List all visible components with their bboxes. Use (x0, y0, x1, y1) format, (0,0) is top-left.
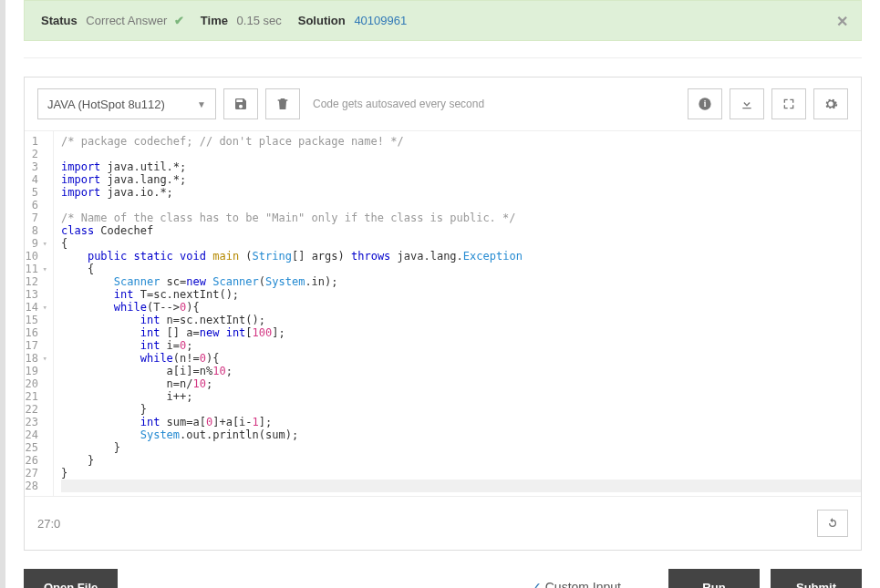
line-number: 27 (25, 467, 46, 480)
code-line[interactable]: { (61, 263, 861, 275)
code-line[interactable]: } (61, 467, 861, 480)
status-value: Correct Answer (86, 14, 167, 27)
line-number: 6 (25, 199, 46, 211)
custom-input-label: Custom Input (545, 580, 621, 588)
floppy-icon (233, 97, 248, 111)
download-icon (740, 97, 754, 111)
line-number: 22 (25, 403, 46, 416)
time-value: 0.15 sec (237, 14, 282, 27)
gear-icon (823, 97, 838, 111)
code-line[interactable]: public static void main (String[] args) … (61, 250, 861, 263)
line-number: 8 (25, 224, 46, 237)
line-number: 20 (25, 377, 46, 390)
code-line[interactable]: while(n!=0){ (61, 352, 861, 365)
line-number: 9 (25, 237, 46, 250)
code-line[interactable]: } (61, 454, 861, 467)
line-number: 26 (25, 454, 46, 467)
line-number: 25 (25, 441, 46, 454)
line-number: 10 (25, 250, 46, 263)
language-select-value: JAVA (HotSpot 8u112) (47, 98, 165, 111)
chevron-down-icon: ▼ (197, 99, 206, 109)
line-number: 12 (25, 275, 46, 288)
close-icon[interactable]: ✕ (836, 12, 848, 29)
code-line[interactable]: int T=sc.nextInt(); (61, 288, 861, 301)
code-line[interactable]: int [] a=new int[100]; (61, 326, 861, 339)
line-number: 7 (25, 211, 46, 224)
code-line[interactable] (61, 480, 861, 492)
line-number: 15 (25, 314, 46, 326)
editor-panel: JAVA (HotSpot 8u112) ▼ Code gets autosav… (24, 77, 862, 551)
line-number-gutter: 1234567891011121314151617181920212223242… (25, 131, 54, 496)
check-icon: ✔ (174, 14, 184, 27)
autosave-text: Code gets autosaved every second (313, 98, 484, 110)
line-number: 16 (25, 326, 46, 339)
code-line[interactable]: /* Name of the class has to be "Main" on… (61, 211, 861, 224)
line-number: 17 (25, 339, 46, 352)
editor-toolbar: JAVA (HotSpot 8u112) ▼ Code gets autosav… (25, 77, 861, 131)
line-number: 18 (25, 352, 46, 365)
line-number: 1 (25, 135, 46, 148)
code-line[interactable]: import java.util.*; (61, 160, 861, 173)
settings-button[interactable] (813, 88, 848, 119)
submit-button[interactable]: Submit (771, 569, 862, 588)
line-number: 11 (25, 263, 46, 275)
line-number: 5 (25, 186, 46, 199)
code-line[interactable] (61, 199, 861, 211)
line-number: 28 (25, 480, 46, 492)
code-line[interactable]: System.out.println(sum); (61, 428, 861, 441)
code-line[interactable]: a[i]=n%10; (61, 365, 861, 377)
code-editor[interactable]: 1234567891011121314151617181920212223242… (25, 131, 861, 496)
line-number: 24 (25, 428, 46, 441)
save-button[interactable] (223, 88, 258, 119)
line-number: 14 (25, 301, 46, 314)
code-line[interactable] (61, 148, 861, 160)
action-row: Open File ✓ Custom Input Run Submit (24, 569, 862, 588)
line-number: 21 (25, 390, 46, 403)
code-line[interactable]: class Codechef (61, 224, 861, 237)
refresh-button[interactable] (817, 510, 848, 537)
expand-icon (782, 97, 796, 111)
code-line[interactable]: { (61, 237, 861, 250)
cursor-position: 27:0 (37, 517, 60, 531)
code-line[interactable]: Scanner sc=new Scanner(System.in); (61, 275, 861, 288)
code-line[interactable]: int sum=a[0]+a[i-1]; (61, 416, 861, 428)
code-line[interactable]: import java.io.*; (61, 186, 861, 199)
solution-label: Solution (298, 14, 346, 27)
fullscreen-button[interactable] (771, 88, 806, 119)
run-button[interactable]: Run (668, 569, 760, 588)
status-label: Status (41, 14, 78, 27)
line-number: 23 (25, 416, 46, 428)
line-number: 13 (25, 288, 46, 301)
open-file-button[interactable]: Open File (24, 569, 118, 588)
code-line[interactable]: int i=0; (61, 339, 861, 352)
code-line[interactable]: int n=sc.nextInt(); (61, 314, 861, 326)
line-number: 4 (25, 173, 46, 186)
code-content[interactable]: /* package codechef; // don't place pack… (54, 131, 861, 496)
code-line[interactable]: i++; (61, 390, 861, 403)
code-line[interactable]: while(T-->0){ (61, 301, 861, 314)
info-icon: i (698, 97, 712, 111)
code-line[interactable]: n=n/10; (61, 377, 861, 390)
download-button[interactable] (730, 88, 764, 119)
divider (24, 57, 862, 58)
line-number: 19 (25, 365, 46, 377)
code-line[interactable]: /* package codechef; // don't place pack… (61, 135, 861, 148)
refresh-icon (825, 516, 840, 531)
solution-link[interactable]: 40109961 (354, 14, 407, 27)
status-banner: Status Correct Answer ✔ Time 0.15 sec So… (24, 0, 862, 41)
code-line[interactable]: } (61, 403, 861, 416)
info-button[interactable]: i (688, 88, 722, 119)
code-line[interactable]: } (61, 441, 861, 454)
svg-text:i: i (704, 99, 707, 108)
check-icon: ✓ (530, 579, 542, 589)
editor-footer: 27:0 (25, 496, 861, 550)
delete-button[interactable] (265, 88, 300, 119)
time-label: Time (201, 14, 228, 27)
code-line[interactable]: import java.lang.*; (61, 173, 861, 186)
custom-input-toggle[interactable]: ✓ Custom Input (530, 579, 621, 589)
line-number: 3 (25, 160, 46, 173)
line-number: 2 (25, 148, 46, 160)
language-select[interactable]: JAVA (HotSpot 8u112) ▼ (37, 88, 216, 119)
trash-icon (275, 97, 290, 111)
